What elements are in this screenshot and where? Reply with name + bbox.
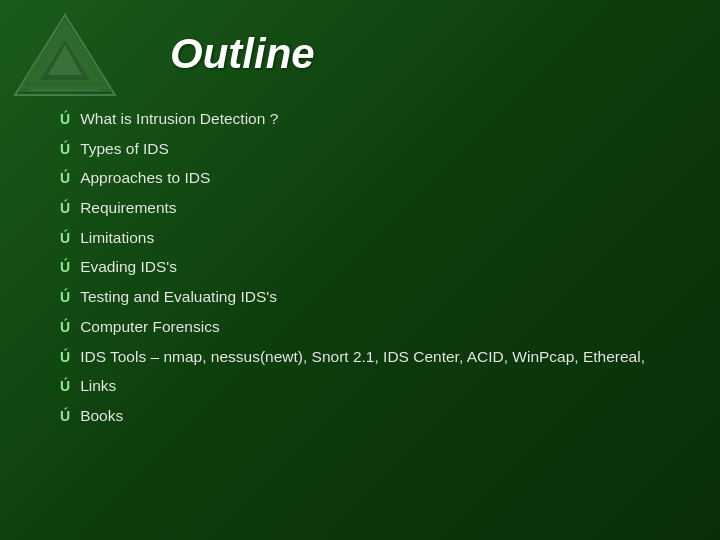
bullet-text-7: Testing and Evaluating IDS's	[80, 286, 277, 308]
bullet-marker-4: Ú	[60, 199, 70, 219]
content-section: Ú What is Intrusion Detection ? Ú Types …	[60, 108, 680, 520]
slide-container: Outline Ú What is Intrusion Detection ? …	[0, 0, 720, 540]
list-item: Ú Testing and Evaluating IDS's	[60, 286, 680, 308]
bullet-text-5: Limitations	[80, 227, 154, 249]
bullet-list: Ú What is Intrusion Detection ? Ú Types …	[60, 108, 680, 427]
list-item: Ú Limitations	[60, 227, 680, 249]
list-item: Ú Types of IDS	[60, 138, 680, 160]
bullet-text-10: Links	[80, 375, 116, 397]
list-item: Ú Requirements	[60, 197, 680, 219]
bullet-marker-6: Ú	[60, 258, 70, 278]
list-item: Ú Evading IDS's	[60, 256, 680, 278]
slide-title: Outline	[170, 30, 680, 78]
title-section: Outline	[170, 30, 680, 78]
bullet-text-8: Computer Forensics	[80, 316, 220, 338]
list-item: Ú Computer Forensics	[60, 316, 680, 338]
list-item: Ú Books	[60, 405, 680, 427]
bullet-marker-5: Ú	[60, 229, 70, 249]
bullet-marker-10: Ú	[60, 377, 70, 397]
logo-container	[10, 10, 120, 120]
bullet-marker-7: Ú	[60, 288, 70, 308]
list-item: Ú IDS Tools – nmap, nessus(newt), Snort …	[60, 346, 680, 368]
bullet-marker-9: Ú	[60, 348, 70, 368]
bullet-text-4: Requirements	[80, 197, 177, 219]
list-item: Ú Links	[60, 375, 680, 397]
bullet-text-3: Approaches to IDS	[80, 167, 210, 189]
bullet-marker-11: Ú	[60, 407, 70, 427]
list-item: Ú What is Intrusion Detection ?	[60, 108, 680, 130]
bullet-marker-8: Ú	[60, 318, 70, 338]
bullet-marker-3: Ú	[60, 169, 70, 189]
bullet-text-6: Evading IDS's	[80, 256, 177, 278]
bullet-text-11: Books	[80, 405, 123, 427]
bullet-text-2: Types of IDS	[80, 138, 169, 160]
bullet-marker-2: Ú	[60, 140, 70, 160]
bullet-text-9: IDS Tools – nmap, nessus(newt), Snort 2.…	[80, 346, 645, 368]
logo-icon	[10, 10, 120, 120]
list-item: Ú Approaches to IDS	[60, 167, 680, 189]
